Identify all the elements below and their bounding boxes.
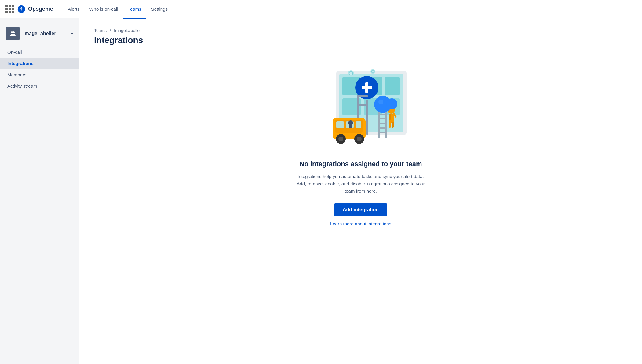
integrations-illustration xyxy=(312,65,410,150)
breadcrumb: Teams / ImageLabeller xyxy=(94,28,141,33)
learn-more-link[interactable]: Learn more about integrations xyxy=(330,221,391,226)
logo[interactable]: Opsgenie xyxy=(17,5,53,13)
breadcrumb-separator: / xyxy=(110,28,111,33)
sidebar-integrations[interactable]: Integrations xyxy=(0,58,79,69)
sidebar-members[interactable]: Members xyxy=(0,69,79,80)
empty-state-description: Integrations help you automate tasks and… xyxy=(294,173,428,195)
svg-point-41 xyxy=(338,136,343,141)
svg-point-47 xyxy=(386,98,397,109)
svg-rect-39 xyxy=(356,121,361,128)
svg-point-48 xyxy=(378,100,383,104)
svg-rect-31 xyxy=(389,114,391,120)
svg-point-1 xyxy=(11,31,13,33)
main-content: Teams / ImageLabeller Integrations xyxy=(79,18,642,364)
nav-settings[interactable]: Settings xyxy=(146,1,173,19)
empty-state: No integrations assigned to your team In… xyxy=(94,65,627,226)
page-layout: ImageLabeller ▾ On-call Integrations Mem… xyxy=(0,18,642,364)
svg-rect-37 xyxy=(336,121,344,128)
nav-teams[interactable]: Teams xyxy=(123,1,146,19)
grid-menu-icon[interactable] xyxy=(5,4,15,14)
svg-point-2 xyxy=(13,31,15,33)
sidebar-activity-stream[interactable]: Activity stream xyxy=(0,80,79,92)
svg-rect-27 xyxy=(378,127,387,129)
team-name: ImageLabeller xyxy=(23,31,71,36)
breadcrumb-teams[interactable]: Teams xyxy=(94,28,107,33)
sidebar-on-call[interactable]: On-call xyxy=(0,46,79,58)
team-avatar xyxy=(6,27,20,40)
breadcrumb-current: ImageLabeller xyxy=(114,28,141,33)
svg-rect-20 xyxy=(357,95,368,97)
empty-state-title: No integrations assigned to your team xyxy=(300,160,422,168)
nav-who-is-on-call[interactable]: Who is on-call xyxy=(84,1,123,19)
top-nav: Opsgenie Alerts Who is on-call Teams Set… xyxy=(0,0,642,18)
svg-rect-25 xyxy=(378,118,387,119)
svg-point-14 xyxy=(372,70,374,73)
svg-rect-21 xyxy=(357,104,368,106)
sidebar: ImageLabeller ▾ On-call Integrations Mem… xyxy=(0,18,79,364)
nav-alerts[interactable]: Alerts xyxy=(63,1,84,19)
sidebar-nav: On-call Integrations Members Activity st… xyxy=(0,46,79,92)
team-header[interactable]: ImageLabeller ▾ xyxy=(0,23,79,44)
svg-rect-7 xyxy=(385,77,400,95)
svg-rect-24 xyxy=(378,114,387,115)
chevron-down-icon: ▾ xyxy=(71,31,73,36)
logo-text: Opsgenie xyxy=(28,6,53,12)
svg-point-12 xyxy=(349,71,353,75)
svg-rect-34 xyxy=(392,122,394,128)
svg-rect-17 xyxy=(362,86,372,89)
svg-point-44 xyxy=(348,120,353,125)
svg-rect-26 xyxy=(378,123,387,124)
svg-rect-33 xyxy=(389,122,391,128)
svg-point-43 xyxy=(357,136,362,141)
add-integration-button[interactable]: Add integration xyxy=(334,203,387,216)
svg-rect-28 xyxy=(378,132,387,133)
nav-links: Alerts Who is on-call Teams Settings xyxy=(63,0,173,18)
svg-rect-45 xyxy=(349,125,352,128)
page-title: Integrations xyxy=(94,35,143,45)
